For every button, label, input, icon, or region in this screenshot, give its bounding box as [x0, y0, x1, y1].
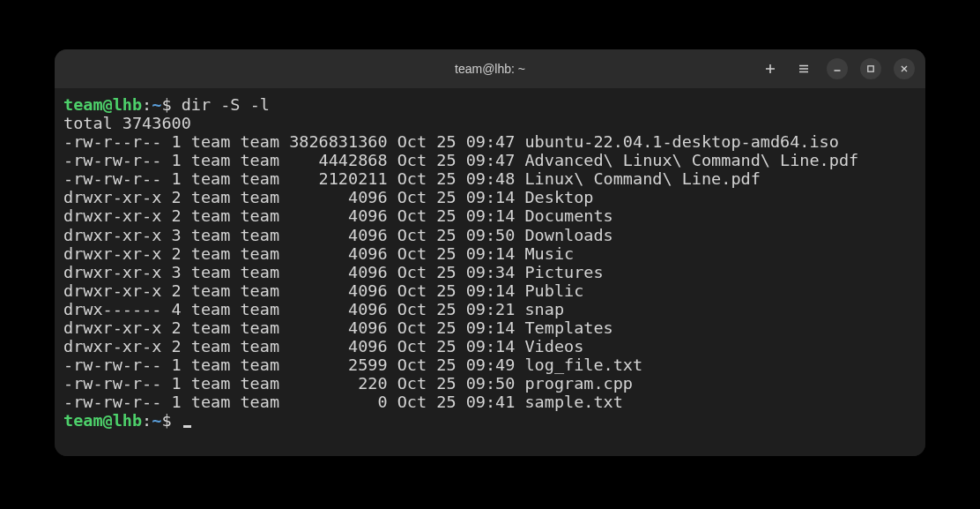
close-button[interactable]: [894, 58, 915, 79]
file-entry: drwxr-xr-x 2 team team 4096 Oct 25 09:14…: [63, 244, 917, 263]
file-entry: drwxr-xr-x 2 team team 4096 Oct 25 09:14…: [63, 206, 917, 225]
window-title: team@lhb: ~: [455, 62, 525, 76]
file-entry: drwxr-xr-x 2 team team 4096 Oct 25 09:14…: [63, 337, 917, 356]
new-tab-button[interactable]: [760, 58, 781, 79]
titlebar-controls: [760, 58, 915, 79]
file-entry: drwxr-xr-x 2 team team 4096 Oct 25 09:14…: [63, 318, 917, 337]
file-entry: drwx------ 4 team team 4096 Oct 25 09:21…: [63, 300, 917, 318]
file-entry: drwxr-xr-x 2 team team 4096 Oct 25 09:14…: [63, 281, 917, 300]
file-entry: -rw-r--r-- 1 team team 3826831360 Oct 25…: [63, 132, 917, 151]
total-line: total 3743600: [63, 114, 917, 132]
file-entry: -rw-rw-r-- 1 team team 0 Oct 25 09:41 sa…: [63, 393, 917, 411]
cursor: [183, 425, 191, 428]
titlebar[interactable]: team@lhb: ~: [55, 49, 925, 88]
prompt-path: ~: [152, 95, 161, 114]
minimize-icon: [833, 64, 842, 73]
prompt-colon: :: [142, 411, 152, 430]
menu-button[interactable]: [793, 58, 814, 79]
hamburger-icon: [798, 63, 810, 75]
file-entry: -rw-rw-r-- 1 team team 220 Oct 25 09:50 …: [63, 374, 917, 393]
file-entry: -rw-rw-r-- 1 team team 2599 Oct 25 09:49…: [63, 356, 917, 374]
minimize-button[interactable]: [827, 58, 848, 79]
file-entry: drwxr-xr-x 3 team team 4096 Oct 25 09:34…: [63, 263, 917, 281]
command-text: dir -S -l: [172, 95, 270, 114]
file-entry: -rw-rw-r-- 1 team team 4442868 Oct 25 09…: [63, 151, 917, 169]
file-listing: -rw-r--r-- 1 team team 3826831360 Oct 25…: [63, 132, 917, 411]
svg-rect-0: [868, 66, 873, 71]
file-entry: drwxr-xr-x 2 team team 4096 Oct 25 09:14…: [63, 188, 917, 206]
maximize-icon: [866, 64, 875, 73]
prompt-line: team@lhb:~$ dir -S -l: [63, 95, 917, 114]
terminal-body[interactable]: team@lhb:~$ dir -S -l total 3743600 -rw-…: [55, 88, 925, 456]
close-icon: [900, 64, 909, 73]
prompt-user-host: team@lhb: [63, 95, 142, 114]
prompt-path: ~: [152, 411, 161, 430]
file-entry: drwxr-xr-x 3 team team 4096 Oct 25 09:50…: [63, 226, 917, 244]
prompt-colon: :: [142, 95, 152, 114]
prompt-user-host: team@lhb: [63, 411, 142, 430]
file-entry: -rw-rw-r-- 1 team team 2120211 Oct 25 09…: [63, 169, 917, 188]
plus-icon: [764, 63, 776, 75]
terminal-window: team@lhb: ~ team@lhb:~$ dir -S -l total …: [55, 49, 925, 456]
prompt-symbol: $: [161, 95, 171, 114]
prompt-line-2: team@lhb:~$: [63, 411, 917, 430]
maximize-button[interactable]: [860, 58, 881, 79]
prompt-symbol: $: [161, 411, 171, 430]
